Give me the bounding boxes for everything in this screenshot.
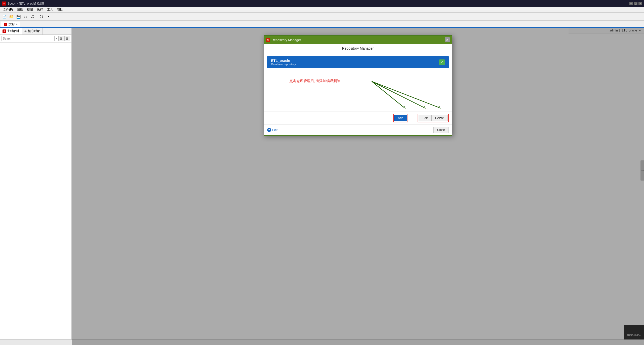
main-toolbar: 📄 📂 💾 🗂 🖨 ⬡ ▼ xyxy=(0,13,644,21)
svg-line-0 xyxy=(372,81,404,108)
svg-marker-5 xyxy=(438,106,441,109)
close-button[interactable]: × xyxy=(638,2,642,5)
menu-file[interactable]: 文件(F) xyxy=(1,7,15,12)
repository-manager-modal: S Repository Manager × Repository Manage… xyxy=(264,35,452,136)
search-bar: × ⊞ ⊟ xyxy=(0,35,71,43)
add-repository-button[interactable]: Add xyxy=(394,115,407,121)
tab-close-button[interactable]: × xyxy=(16,23,18,26)
help-link[interactable]: ? Help xyxy=(267,128,278,132)
toolbar-separator xyxy=(37,14,37,19)
left-panel: S 主对象树 ✏ 核心对象 × ⊞ ⊟ xyxy=(0,28,72,345)
edit-repository-button[interactable]: Edit xyxy=(419,115,431,121)
save-button[interactable]: 💾 xyxy=(15,13,22,20)
open-button[interactable]: 📂 xyxy=(8,13,15,20)
repo-dropdown[interactable]: ▼ xyxy=(45,13,52,20)
search-input[interactable] xyxy=(2,36,55,41)
repo-button[interactable]: ⬡ xyxy=(38,13,45,20)
print-button[interactable]: 🖨 xyxy=(29,13,36,20)
menu-bar: 文件(F) 编辑 视图 执行 工具 帮助 xyxy=(0,7,644,13)
modal-footer: ? Help Close xyxy=(264,124,452,135)
help-label: Help xyxy=(272,128,278,132)
svg-line-2 xyxy=(372,81,424,108)
panel-tabs: S 主对象树 ✏ 核心对象 xyxy=(0,28,71,35)
main-objects-icon: S xyxy=(3,29,6,33)
svg-marker-1 xyxy=(403,106,406,109)
tab-welcome[interactable]: S 欢迎! × xyxy=(1,21,20,27)
collapse-tree-button[interactable]: ⊟ xyxy=(64,36,70,41)
panel-toolbar: ⊞ ⊟ xyxy=(58,36,70,41)
modal-header-title: Repository Manager xyxy=(342,46,374,50)
repo-item-name: ETL_oracle xyxy=(271,59,296,63)
search-clear-button[interactable]: × xyxy=(56,37,57,40)
modal-spoon-icon: S xyxy=(266,38,270,42)
delete-repository-button[interactable]: Delete xyxy=(431,115,448,121)
modal-overlay: S Repository Manager × Repository Manage… xyxy=(72,28,644,345)
expand-tree-button[interactable]: ⊞ xyxy=(58,36,64,41)
panel-tab-main-objects[interactable]: S 主对象树 xyxy=(0,28,22,34)
tab-icon: S xyxy=(4,23,7,26)
new-button[interactable]: 📄 xyxy=(1,13,8,20)
help-icon: ? xyxy=(267,128,271,132)
repo-item-type: Database repository xyxy=(271,63,296,66)
menu-edit[interactable]: 编辑 xyxy=(15,7,25,12)
panel-tab-core-objects[interactable]: ✏ 核心对象 xyxy=(22,28,43,34)
modal-titlebar: S Repository Manager × xyxy=(264,36,452,44)
title-bar-left: S Spoon - [ETL_oracle] 欢迎! xyxy=(2,2,44,6)
modal-header: Repository Manager xyxy=(264,44,452,53)
save-as-button[interactable]: 🗂 xyxy=(22,13,29,20)
edit-delete-button-highlight: Edit Delete xyxy=(418,114,449,122)
tab-label: 欢迎! xyxy=(8,22,15,26)
menu-tools[interactable]: 工具 xyxy=(45,7,55,12)
modal-action-bar: Add Edit Delete xyxy=(264,112,452,124)
add-button-highlight: Add xyxy=(393,114,408,122)
annotation-area: 点击仓库管理后, 有添加编译删除. xyxy=(264,71,452,112)
main-layout: S 主对象树 ✏ 核心对象 × ⊞ ⊟ admin | ETL_oracle ▼ xyxy=(0,28,644,345)
svg-marker-3 xyxy=(423,106,426,109)
title-bar-controls: ─ □ × xyxy=(629,2,642,5)
modal-close-button[interactable]: × xyxy=(445,37,450,42)
modal-title-left: S Repository Manager xyxy=(266,38,301,42)
repo-check-icon: ✓ xyxy=(439,59,445,65)
annotation-text: 点击仓库管理后, 有添加编译删除. xyxy=(274,74,349,86)
maximize-button[interactable]: □ xyxy=(634,2,637,5)
core-objects-icon: ✏ xyxy=(24,29,27,33)
core-objects-label: 核心对象 xyxy=(28,29,40,33)
menu-execute[interactable]: 执行 xyxy=(35,7,45,12)
app-icon: S xyxy=(2,2,6,6)
repo-item-info: ETL_oracle Database repository xyxy=(271,59,296,66)
title-bar: S Spoon - [ETL_oracle] 欢迎! ─ □ × xyxy=(0,0,644,7)
modal-titlebar-text: Repository Manager xyxy=(272,38,301,42)
minimize-button[interactable]: ─ xyxy=(629,2,633,5)
tab-bar: S 欢迎! × xyxy=(0,21,644,28)
svg-line-4 xyxy=(372,81,439,108)
app-title: Spoon - [ETL_oracle] 欢迎! xyxy=(8,2,44,6)
repo-list-item[interactable]: ETL_oracle Database repository ✓ xyxy=(267,56,449,68)
menu-view[interactable]: 视图 xyxy=(25,7,35,12)
content-area: admin | ETL_oracle ▼ ┊ admin.YKen... S R… xyxy=(72,28,644,345)
modal-body: ETL_oracle Database repository ✓ 点击仓库管理后… xyxy=(264,53,452,124)
main-objects-label: 主对象树 xyxy=(7,29,19,33)
menu-help[interactable]: 帮助 xyxy=(55,7,65,12)
close-modal-button[interactable]: Close xyxy=(433,127,449,133)
